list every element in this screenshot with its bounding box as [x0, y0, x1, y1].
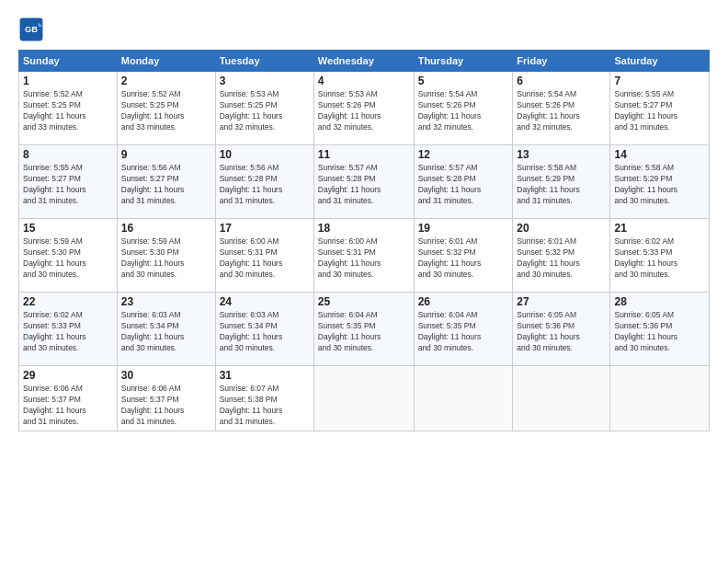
table-row: 25Sunrise: 6:04 AMSunset: 5:35 PMDayligh…: [313, 293, 414, 366]
day-number: 9: [121, 148, 211, 161]
day-info: Sunrise: 5:59 AMSunset: 5:30 PMDaylight:…: [121, 236, 211, 281]
day-info: Sunrise: 6:04 AMSunset: 5:35 PMDaylight:…: [318, 310, 410, 354]
day-info: Sunrise: 5:54 AMSunset: 5:26 PMDaylight:…: [517, 89, 606, 133]
day-info: Sunrise: 5:56 AMSunset: 5:28 PMDaylight:…: [220, 163, 310, 207]
day-info: Sunrise: 6:02 AMSunset: 5:33 PMDaylight:…: [614, 236, 705, 281]
col-thursday: Thursday: [414, 51, 513, 72]
col-wednesday: Wednesday: [313, 51, 414, 72]
table-row: 16Sunrise: 5:59 AMSunset: 5:30 PMDayligh…: [117, 219, 215, 293]
day-number: 6: [517, 75, 606, 87]
day-info: Sunrise: 5:52 AMSunset: 5:25 PMDaylight:…: [23, 89, 113, 133]
day-info: Sunrise: 5:52 AMSunset: 5:25 PMDaylight:…: [121, 89, 211, 133]
day-number: 10: [220, 148, 310, 161]
col-monday: Monday: [117, 51, 215, 72]
day-number: 3: [220, 75, 310, 87]
table-row: 14Sunrise: 5:58 AMSunset: 5:29 PMDayligh…: [610, 145, 710, 219]
svg-text:GB: GB: [25, 25, 38, 34]
table-row: 10Sunrise: 5:56 AMSunset: 5:28 PMDayligh…: [215, 145, 313, 219]
table-row: 12Sunrise: 5:57 AMSunset: 5:28 PMDayligh…: [414, 145, 513, 219]
day-number: 11: [318, 148, 410, 161]
day-info: Sunrise: 5:56 AMSunset: 5:27 PMDaylight:…: [121, 163, 211, 207]
table-row: [513, 366, 610, 431]
day-number: 30: [121, 369, 211, 382]
table-row: 2Sunrise: 5:52 AMSunset: 5:25 PMDaylight…: [117, 72, 215, 145]
day-number: 20: [517, 222, 606, 235]
day-info: Sunrise: 6:01 AMSunset: 5:32 PMDaylight:…: [418, 236, 509, 281]
day-number: 4: [318, 75, 410, 87]
table-row: 5Sunrise: 5:54 AMSunset: 5:26 PMDaylight…: [414, 72, 513, 145]
logo: GB: [18, 17, 47, 42]
col-tuesday: Tuesday: [215, 51, 313, 72]
col-friday: Friday: [513, 51, 610, 72]
day-info: Sunrise: 6:06 AMSunset: 5:37 PMDaylight:…: [121, 384, 211, 428]
day-number: 1: [23, 75, 113, 87]
table-row: 1Sunrise: 5:52 AMSunset: 5:25 PMDaylight…: [19, 72, 118, 145]
day-info: Sunrise: 6:04 AMSunset: 5:35 PMDaylight:…: [418, 310, 509, 354]
day-number: 26: [418, 295, 509, 308]
day-number: 25: [318, 295, 410, 308]
day-info: Sunrise: 5:58 AMSunset: 5:29 PMDaylight:…: [517, 163, 606, 207]
day-number: 24: [220, 295, 310, 308]
day-number: 19: [418, 222, 509, 235]
table-row: 8Sunrise: 5:55 AMSunset: 5:27 PMDaylight…: [19, 145, 118, 219]
day-info: Sunrise: 6:02 AMSunset: 5:33 PMDaylight:…: [23, 310, 113, 354]
table-row: 9Sunrise: 5:56 AMSunset: 5:27 PMDaylight…: [117, 145, 215, 219]
day-number: 23: [121, 295, 211, 308]
table-row: [313, 366, 414, 431]
table-row: 28Sunrise: 6:05 AMSunset: 5:36 PMDayligh…: [610, 293, 710, 366]
page-header: GB: [18, 17, 710, 42]
col-saturday: Saturday: [610, 51, 710, 72]
table-row: 30Sunrise: 6:06 AMSunset: 5:37 PMDayligh…: [117, 366, 215, 431]
table-row: 11Sunrise: 5:57 AMSunset: 5:28 PMDayligh…: [313, 145, 414, 219]
day-number: 28: [614, 295, 705, 308]
day-number: 16: [121, 222, 211, 235]
day-number: 5: [418, 75, 509, 87]
logo-icon: GB: [18, 17, 44, 42]
day-info: Sunrise: 5:57 AMSunset: 5:28 PMDaylight:…: [318, 163, 410, 207]
day-info: Sunrise: 6:05 AMSunset: 5:36 PMDaylight:…: [614, 310, 705, 354]
table-row: [414, 366, 513, 431]
day-number: 8: [23, 148, 113, 161]
day-info: Sunrise: 6:07 AMSunset: 5:38 PMDaylight:…: [220, 384, 310, 428]
table-row: 22Sunrise: 6:02 AMSunset: 5:33 PMDayligh…: [19, 293, 118, 366]
day-info: Sunrise: 5:53 AMSunset: 5:25 PMDaylight:…: [220, 89, 310, 133]
table-row: 19Sunrise: 6:01 AMSunset: 5:32 PMDayligh…: [414, 219, 513, 293]
day-info: Sunrise: 6:05 AMSunset: 5:36 PMDaylight:…: [517, 310, 606, 354]
calendar-header-row: Sunday Monday Tuesday Wednesday Thursday…: [19, 51, 710, 72]
calendar-table: Sunday Monday Tuesday Wednesday Thursday…: [18, 50, 710, 431]
day-number: 17: [220, 222, 310, 235]
table-row: 7Sunrise: 5:55 AMSunset: 5:27 PMDaylight…: [610, 72, 710, 145]
table-row: 26Sunrise: 6:04 AMSunset: 5:35 PMDayligh…: [414, 293, 513, 366]
table-row: 23Sunrise: 6:03 AMSunset: 5:34 PMDayligh…: [117, 293, 215, 366]
table-row: 27Sunrise: 6:05 AMSunset: 5:36 PMDayligh…: [513, 293, 610, 366]
table-row: 4Sunrise: 5:53 AMSunset: 5:26 PMDaylight…: [313, 72, 414, 145]
table-row: 13Sunrise: 5:58 AMSunset: 5:29 PMDayligh…: [513, 145, 610, 219]
table-row: 31Sunrise: 6:07 AMSunset: 5:38 PMDayligh…: [215, 366, 313, 431]
day-number: 27: [517, 295, 606, 308]
table-row: 21Sunrise: 6:02 AMSunset: 5:33 PMDayligh…: [610, 219, 710, 293]
table-row: 17Sunrise: 6:00 AMSunset: 5:31 PMDayligh…: [215, 219, 313, 293]
day-info: Sunrise: 6:06 AMSunset: 5:37 PMDaylight:…: [23, 384, 113, 428]
table-row: 18Sunrise: 6:00 AMSunset: 5:31 PMDayligh…: [313, 219, 414, 293]
table-row: 24Sunrise: 6:03 AMSunset: 5:34 PMDayligh…: [215, 293, 313, 366]
table-row: 29Sunrise: 6:06 AMSunset: 5:37 PMDayligh…: [19, 366, 118, 431]
day-info: Sunrise: 5:59 AMSunset: 5:30 PMDaylight:…: [23, 236, 113, 281]
day-number: 7: [614, 75, 705, 87]
col-sunday: Sunday: [19, 51, 118, 72]
table-row: [610, 366, 710, 431]
day-number: 22: [23, 295, 113, 308]
day-number: 31: [220, 369, 310, 382]
day-number: 12: [418, 148, 509, 161]
day-info: Sunrise: 6:03 AMSunset: 5:34 PMDaylight:…: [220, 310, 310, 354]
day-info: Sunrise: 6:00 AMSunset: 5:31 PMDaylight:…: [318, 236, 410, 281]
day-number: 29: [23, 369, 113, 382]
day-number: 13: [517, 148, 606, 161]
table-row: 6Sunrise: 5:54 AMSunset: 5:26 PMDaylight…: [513, 72, 610, 145]
day-info: Sunrise: 5:55 AMSunset: 5:27 PMDaylight:…: [614, 89, 705, 133]
day-info: Sunrise: 6:00 AMSunset: 5:31 PMDaylight:…: [220, 236, 310, 281]
day-number: 21: [614, 222, 705, 235]
day-number: 2: [121, 75, 211, 87]
table-row: 15Sunrise: 5:59 AMSunset: 5:30 PMDayligh…: [19, 219, 118, 293]
table-row: 3Sunrise: 5:53 AMSunset: 5:25 PMDaylight…: [215, 72, 313, 145]
day-info: Sunrise: 5:58 AMSunset: 5:29 PMDaylight:…: [614, 163, 705, 207]
